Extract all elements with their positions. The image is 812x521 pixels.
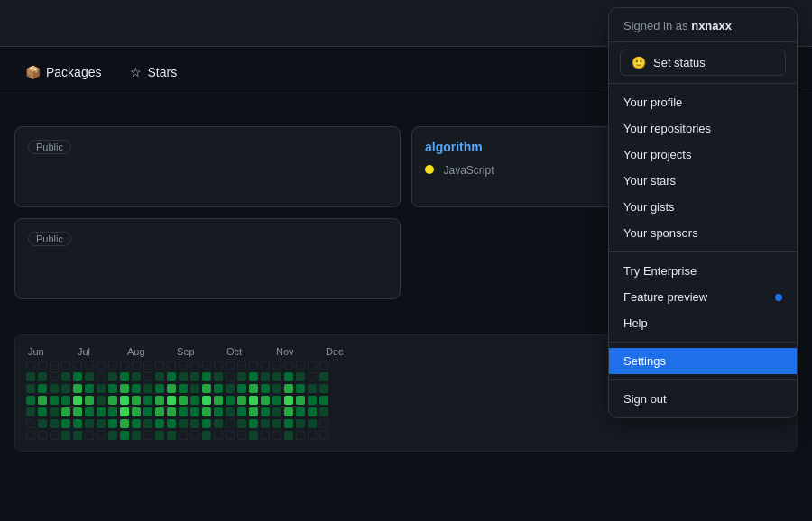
lang-color-dot bbox=[425, 165, 434, 174]
graph-week bbox=[155, 361, 164, 440]
graph-cell bbox=[97, 407, 106, 416]
repo-name-link[interactable]: algorithm bbox=[425, 140, 483, 154]
graph-cell bbox=[202, 407, 211, 416]
your-stars-item[interactable]: Your stars bbox=[609, 168, 797, 194]
graph-cell bbox=[97, 361, 106, 370]
graph-cell bbox=[308, 384, 317, 393]
graph-cell bbox=[50, 431, 59, 440]
graph-cell bbox=[272, 431, 281, 440]
graph-week bbox=[319, 361, 328, 440]
graph-cell bbox=[261, 431, 270, 440]
graph-week bbox=[249, 361, 258, 440]
help-item[interactable]: Help bbox=[609, 310, 797, 336]
graph-cell bbox=[155, 372, 164, 381]
packages-nav-item[interactable]: 📦 Packages bbox=[14, 58, 112, 87]
your-profile-item[interactable]: Your profile bbox=[609, 89, 797, 115]
graph-week bbox=[237, 361, 246, 440]
graph-week bbox=[26, 361, 35, 440]
dropdown-menu: Signed in as nxnaxx 🙂 Set status Your pr… bbox=[608, 7, 798, 418]
graph-cell bbox=[179, 431, 188, 440]
set-status-button[interactable]: 🙂 Set status bbox=[620, 50, 786, 76]
graph-cell bbox=[167, 431, 176, 440]
month-oct: Oct bbox=[226, 346, 273, 357]
graph-cell bbox=[179, 372, 188, 381]
graph-cell bbox=[179, 396, 188, 405]
graph-cell bbox=[167, 407, 176, 416]
set-status-label: Set status bbox=[653, 56, 706, 69]
graph-week bbox=[296, 361, 305, 440]
graph-week bbox=[73, 361, 82, 440]
graph-cell bbox=[73, 431, 82, 440]
graph-cell bbox=[214, 372, 223, 381]
graph-cell bbox=[85, 407, 94, 416]
graph-cell bbox=[202, 384, 211, 393]
graph-cell bbox=[249, 384, 258, 393]
graph-cell bbox=[284, 407, 293, 416]
visibility-badge: Public bbox=[28, 140, 71, 154]
graph-cell bbox=[38, 407, 47, 416]
graph-cell bbox=[143, 407, 152, 416]
graph-cell bbox=[73, 384, 82, 393]
graph-week bbox=[38, 361, 47, 440]
graph-cell bbox=[108, 361, 117, 370]
graph-cell bbox=[272, 384, 281, 393]
month-aug: Aug bbox=[127, 346, 174, 357]
your-repositories-item[interactable]: Your repositories bbox=[609, 115, 797, 142]
graph-cell bbox=[249, 419, 258, 428]
graph-week bbox=[167, 361, 176, 440]
graph-cell bbox=[190, 372, 199, 381]
graph-week bbox=[97, 361, 106, 440]
your-projects-item[interactable]: Your projects bbox=[609, 142, 797, 168]
pinned-card-empty-2: Public bbox=[14, 218, 401, 299]
sign-out-item[interactable]: Sign out bbox=[609, 386, 797, 412]
month-sep: Sep bbox=[177, 346, 224, 357]
graph-week bbox=[85, 361, 94, 440]
feature-preview-item[interactable]: Feature preview bbox=[609, 284, 797, 310]
graph-cell bbox=[61, 431, 70, 440]
graph-week bbox=[284, 361, 293, 440]
graph-cell bbox=[73, 396, 82, 405]
graph-cell bbox=[179, 419, 188, 428]
graph-cell bbox=[120, 372, 129, 381]
graph-cell bbox=[226, 372, 235, 381]
graph-cell bbox=[132, 372, 141, 381]
your-gists-item[interactable]: Your gists bbox=[609, 194, 797, 220]
graph-cell bbox=[308, 396, 317, 405]
your-sponsors-item[interactable]: Your sponsors bbox=[609, 220, 797, 246]
graph-cell bbox=[190, 396, 199, 405]
graph-cell bbox=[296, 372, 305, 381]
settings-section: Settings bbox=[609, 343, 797, 380]
graph-cell bbox=[38, 431, 47, 440]
graph-week bbox=[50, 361, 59, 440]
stars-nav-item[interactable]: ☆ Stars bbox=[119, 58, 188, 87]
graph-cell bbox=[61, 419, 70, 428]
try-enterprise-item[interactable]: Try Enterprise bbox=[609, 258, 797, 284]
graph-cell bbox=[167, 419, 176, 428]
graph-week bbox=[226, 361, 235, 440]
graph-cell bbox=[190, 431, 199, 440]
graph-cell bbox=[97, 384, 106, 393]
graph-cell bbox=[97, 372, 106, 381]
settings-item[interactable]: Settings bbox=[609, 348, 797, 374]
graph-cell bbox=[132, 407, 141, 416]
graph-cell bbox=[249, 396, 258, 405]
graph-cell bbox=[214, 396, 223, 405]
graph-cell bbox=[38, 419, 47, 428]
your-gists-label: Your gists bbox=[623, 200, 675, 214]
graph-cell bbox=[26, 361, 35, 370]
graph-cell bbox=[237, 396, 246, 405]
graph-cell bbox=[38, 361, 47, 370]
graph-cell bbox=[108, 431, 117, 440]
graph-week bbox=[190, 361, 199, 440]
graph-cell bbox=[272, 419, 281, 428]
graph-cell bbox=[179, 361, 188, 370]
graph-cell bbox=[38, 396, 47, 405]
graph-cell bbox=[261, 372, 270, 381]
graph-cell bbox=[226, 419, 235, 428]
your-profile-label: Your profile bbox=[623, 96, 682, 109]
graph-cell bbox=[296, 361, 305, 370]
graph-cell bbox=[284, 431, 293, 440]
graph-cell bbox=[50, 361, 59, 370]
graph-cell bbox=[202, 431, 211, 440]
graph-week bbox=[120, 361, 129, 440]
